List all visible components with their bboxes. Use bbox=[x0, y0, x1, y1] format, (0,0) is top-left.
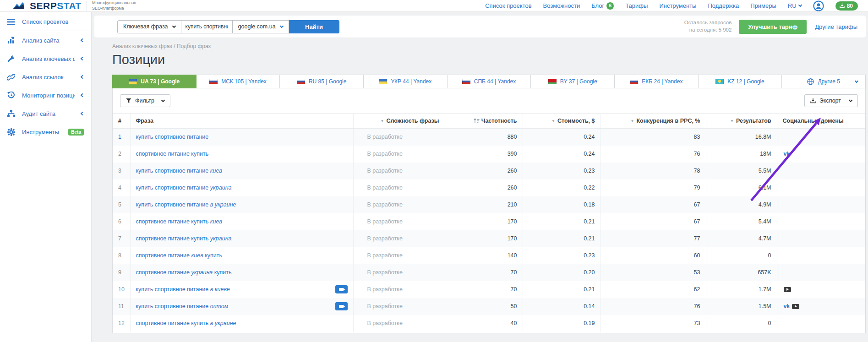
phrase-link[interactable]: купить спортивное питание киев bbox=[136, 168, 223, 174]
cost-cell: 0.19 bbox=[523, 315, 601, 332]
row-number: 5 bbox=[113, 196, 130, 213]
globe-icon bbox=[807, 78, 814, 85]
filter-button[interactable]: Фильтр bbox=[120, 94, 170, 107]
column-header-стоимость-[interactable]: ▼Стоимость, $ bbox=[523, 114, 601, 129]
vk-icon[interactable]: vk bbox=[784, 303, 790, 309]
brand[interactable]: SERPSTAT Многофункциональная SEO-платфор… bbox=[12, 0, 136, 11]
credits-counter[interactable]: 80 bbox=[835, 1, 858, 11]
cost-cell: 0.24 bbox=[523, 146, 601, 163]
flag-by-icon bbox=[548, 79, 557, 84]
upgrade-plan-button[interactable]: Улучшить тариф bbox=[739, 20, 807, 34]
phrase-link[interactable]: купить спортивное питание в украине bbox=[136, 201, 236, 208]
chevron-left-icon bbox=[81, 93, 84, 97]
language-selector[interactable]: RU bbox=[788, 2, 802, 9]
sidebar-item-audit[interactable]: Аудит сайта bbox=[0, 104, 91, 123]
competition-cell: 67 bbox=[601, 213, 706, 230]
cost-cell: 0.21 bbox=[523, 230, 601, 247]
column-header-конкуренция-в-ppc-[interactable]: ▼Конкуренция в PPC, % bbox=[601, 114, 706, 129]
phrase-link[interactable]: купить спортивное питание bbox=[136, 134, 209, 140]
column-header-label: Результатов bbox=[736, 118, 771, 124]
chevron-down-icon bbox=[849, 98, 852, 102]
column-header-label: Социальные домены bbox=[783, 118, 844, 124]
tab-ru-85-google[interactable]: RU 85 | Google bbox=[280, 75, 364, 88]
phrase-link[interactable]: спортивное питание купить украина bbox=[136, 235, 232, 242]
video-badge[interactable] bbox=[335, 285, 348, 293]
breadcrumb[interactable]: Анализ ключевых фраз / Подбор фраз bbox=[112, 43, 866, 49]
phrase-cell: купить спортивное питание в киеве bbox=[130, 281, 353, 298]
topnav-link[interactable]: Блог6 bbox=[591, 2, 614, 10]
search-button[interactable]: Найти bbox=[289, 20, 339, 33]
competition-cell: 62 bbox=[601, 281, 706, 298]
volume-cell: 170 bbox=[445, 213, 523, 230]
column-header-#: # bbox=[113, 114, 130, 129]
topnav-link[interactable]: Возможности bbox=[543, 2, 580, 9]
phrase-link[interactable]: спортивное питание киев купить bbox=[136, 252, 223, 259]
phrase-link[interactable]: спортивное питание купить киев bbox=[136, 218, 223, 225]
column-header-сложность-фразы[interactable]: ▼Сложность фразы bbox=[353, 114, 445, 129]
cost-cell: 0.23 bbox=[523, 247, 601, 264]
topnav-link[interactable]: Список проектов bbox=[485, 2, 531, 9]
topnav-link-label: Тарифы bbox=[625, 2, 648, 9]
phrase-link[interactable]: купить спортивное питание оптом bbox=[136, 303, 229, 309]
phrase-link[interactable]: спортивное питание купить bbox=[136, 151, 209, 157]
tab-мск-105-yandex[interactable]: МСК 105 | Yandex bbox=[197, 75, 280, 88]
video-badge[interactable] bbox=[335, 302, 348, 310]
export-button[interactable]: Экспорт bbox=[804, 94, 858, 107]
tab-другие-5[interactable]: Другие 5 bbox=[782, 75, 866, 88]
results-cell: 16.8M bbox=[706, 129, 777, 146]
sidebar-item-label: Аудит сайта bbox=[22, 110, 75, 117]
phrase-link[interactable]: спортивное питание украина купить bbox=[136, 269, 232, 276]
other-plans-link[interactable]: Другие тарифы bbox=[815, 23, 857, 30]
page-title: Позиции bbox=[112, 52, 866, 67]
column-header-частотность[interactable]: Частотность bbox=[445, 114, 523, 129]
tab-label: МСК 105 | Yandex bbox=[221, 78, 267, 85]
table-row: 12спортивное питание купить в украинеВ р… bbox=[113, 315, 865, 332]
chevron-down-icon bbox=[855, 79, 858, 82]
search-group: Ключевая фраза google.com.ua Найти bbox=[117, 20, 339, 33]
tab-укр-44-yandex[interactable]: УКР 44 | Yandex bbox=[364, 75, 448, 88]
sidebar-item-links[interactable]: Анализ ссылок bbox=[0, 68, 91, 86]
tab-спб-44-yandex[interactable]: СПБ 44 | Yandex bbox=[448, 75, 531, 88]
sidebar-item-tools[interactable]: ИнструментыBeta bbox=[0, 123, 91, 141]
tab-kz-12-google[interactable]: KZ 12 | Google bbox=[699, 75, 782, 88]
serpstat-logo-icon bbox=[12, 1, 26, 11]
phrase-link[interactable]: спортивное питание купить в украине bbox=[136, 320, 236, 326]
youtube-icon[interactable] bbox=[784, 287, 791, 292]
social-icons: vk bbox=[783, 151, 860, 157]
phrase-wrap: купить спортивное питание киев bbox=[136, 168, 348, 174]
phrase-cell: купить спортивное питание bbox=[130, 129, 353, 146]
vk-icon[interactable]: vk bbox=[784, 151, 790, 157]
user-avatar[interactable] bbox=[813, 0, 824, 11]
results-cell: 0 bbox=[706, 315, 777, 332]
topnav-link[interactable]: Поддержка bbox=[708, 2, 739, 9]
column-header-результатов[interactable]: ▼Результатов bbox=[706, 114, 777, 129]
difficulty-cell: В разработке bbox=[353, 315, 445, 332]
sidebar-item-hamburger[interactable]: Список проектов bbox=[0, 13, 91, 31]
sort-triangle-icon: ▼ bbox=[551, 119, 555, 123]
sidebar-item-keyword[interactable]: Анализ ключевых фраз bbox=[0, 49, 91, 68]
tab-екб-24-yandex[interactable]: ЕКБ 24 | Yandex bbox=[615, 75, 699, 88]
sidebar-item-monitoring[interactable]: Мониторинг позиций bbox=[0, 86, 91, 104]
search-input[interactable] bbox=[181, 20, 233, 33]
keyword-type-select[interactable]: Ключевая фраза bbox=[117, 20, 181, 33]
topnav-link[interactable]: Тарифы bbox=[625, 2, 648, 9]
youtube-icon[interactable] bbox=[792, 304, 799, 309]
phrase-wrap: купить спортивное питание в киеве bbox=[136, 285, 348, 293]
phrase-link[interactable]: купить спортивное питание украина bbox=[136, 185, 232, 191]
download-icon bbox=[840, 3, 845, 8]
table-row: 11купить спортивное питание оптомВ разра… bbox=[113, 298, 865, 315]
tab-label: Другие 5 bbox=[818, 78, 840, 85]
chevron-left-icon bbox=[81, 112, 84, 115]
sidebar-item-site-analysis[interactable]: Анализ сайта bbox=[0, 31, 91, 49]
search-engine-select[interactable]: google.com.ua bbox=[233, 20, 289, 33]
social-domains-cell bbox=[777, 247, 865, 264]
flag-ru-icon bbox=[462, 79, 470, 84]
quota-remaining: Осталось запросов на сегодня: 5 902 bbox=[684, 19, 732, 33]
topnav-link[interactable]: Инструменты bbox=[659, 2, 696, 9]
topnav-link[interactable]: Примеры bbox=[750, 2, 776, 9]
tab-ua-73-google[interactable]: UA 73 | Google bbox=[112, 75, 197, 88]
tab-by-37-google[interactable]: BY 37 | Google bbox=[531, 75, 615, 88]
difficulty-cell: В разработке bbox=[353, 264, 445, 281]
phrase-wrap: спортивное питание купить в украине bbox=[136, 320, 348, 326]
phrase-link[interactable]: купить спортивное питание в киеве bbox=[136, 286, 230, 293]
